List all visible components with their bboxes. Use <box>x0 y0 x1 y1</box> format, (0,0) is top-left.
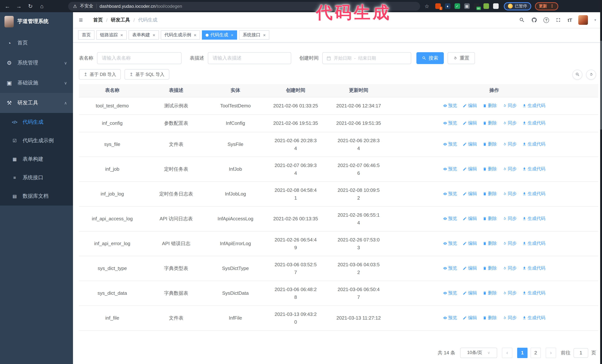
sidebar-item[interactable]: ◔ 首页 <box>0 33 73 53</box>
prev-page-button[interactable]: ‹ <box>502 348 512 358</box>
date-range-picker[interactable]: 开始日期 - 结束日期 <box>322 52 411 64</box>
generate-code-link[interactable]: 生成代码 <box>523 190 546 198</box>
edit-link[interactable]: 编辑 <box>463 165 477 173</box>
extension-puzzle-icon[interactable] <box>493 3 498 9</box>
sync-link[interactable]: 同步 <box>503 140 516 148</box>
generate-code-link[interactable]: 生成代码 <box>523 140 546 148</box>
generate-code-link[interactable]: 生成代码 <box>523 215 546 222</box>
extension-grid-icon[interactable]: ▦ <box>464 3 470 9</box>
goto-page-input[interactable] <box>573 348 588 357</box>
preview-link[interactable]: 预览 <box>443 239 457 247</box>
sidebar-subitem[interactable]: ≡ 系统接口 <box>0 168 73 187</box>
next-page-button[interactable]: › <box>546 348 556 358</box>
extension-on-badge-icon[interactable]: on <box>474 3 479 9</box>
page-number-button[interactable]: 2 <box>530 348 541 358</box>
page-tab[interactable]: 表单构建 × <box>129 30 159 40</box>
breadcrumb-home[interactable]: 首页 <box>93 17 103 23</box>
edit-link[interactable]: 编辑 <box>463 215 477 222</box>
sql-import-button[interactable]: ↥ 基于 SQL 导入 <box>125 69 169 80</box>
scrollbar-thumb[interactable] <box>600 41 602 130</box>
edit-link[interactable]: 编辑 <box>463 102 477 109</box>
extension-loop-icon[interactable]: 1 <box>435 3 441 9</box>
delete-link[interactable]: 删除 <box>483 190 497 198</box>
browser-reload-icon[interactable]: ↻ <box>27 3 34 10</box>
sidebar-item[interactable]: ⚒ 研发工具 ∧ <box>0 93 73 113</box>
edit-link[interactable]: 编辑 <box>463 289 477 297</box>
edit-link[interactable]: 编辑 <box>463 264 477 272</box>
profile-paused-badge[interactable]: 已暂停 <box>504 2 531 10</box>
preview-link[interactable]: 预览 <box>443 264 457 272</box>
extension-check-icon[interactable]: ✓ <box>454 3 460 9</box>
address-bar[interactable]: ⚠ 不安全 dashboard.yudao.iocoder.cn/tool/co… <box>68 2 420 10</box>
extension-gem-icon[interactable]: ♦ <box>445 3 450 9</box>
tab-close-icon[interactable]: × <box>120 32 123 38</box>
page-tab[interactable]: 系统接口 × <box>239 30 269 40</box>
sync-link[interactable]: 同步 <box>503 239 516 247</box>
preview-link[interactable]: 预览 <box>443 119 457 127</box>
breadcrumb-devtools[interactable]: 研发工具 <box>111 17 130 23</box>
toggle-search-button[interactable] <box>572 69 582 79</box>
tab-close-icon[interactable]: × <box>231 32 233 38</box>
sidebar-subitem[interactable]: ▤ 数据库文档 <box>0 187 73 206</box>
sidebar-collapse-icon[interactable]: ≡ <box>79 17 83 23</box>
table-desc-input[interactable]: 请输入表描述 <box>208 52 291 64</box>
user-avatar[interactable] <box>579 15 588 25</box>
browser-update-button[interactable]: 更新 ⋮ <box>535 2 558 10</box>
delete-link[interactable]: 删除 <box>483 119 497 127</box>
sidebar-item[interactable]: ▣ 基础设施 ∨ <box>0 73 73 93</box>
page-tab[interactable]: 代码生成 × <box>202 30 237 40</box>
delete-link[interactable]: 删除 <box>483 102 497 109</box>
edit-link[interactable]: 编辑 <box>463 239 477 247</box>
fullscreen-icon[interactable] <box>555 17 561 23</box>
tab-close-icon[interactable]: × <box>263 32 266 38</box>
sidebar-logo[interactable]: 芋道管理系统 <box>0 12 73 31</box>
help-icon[interactable]: ? <box>543 17 549 23</box>
delete-link[interactable]: 删除 <box>483 289 497 297</box>
delete-link[interactable]: 删除 <box>483 239 497 247</box>
sync-link[interactable]: 同步 <box>503 289 516 297</box>
browser-forward-icon[interactable]: → <box>15 3 22 9</box>
page-tab[interactable]: 链路追踪 × <box>96 30 127 40</box>
generate-code-link[interactable]: 生成代码 <box>523 314 546 322</box>
preview-link[interactable]: 预览 <box>443 165 457 173</box>
generate-code-link[interactable]: 生成代码 <box>523 102 546 109</box>
edit-link[interactable]: 编辑 <box>463 119 477 127</box>
page-tab[interactable]: 首页 <box>78 30 95 40</box>
sync-link[interactable]: 同步 <box>503 215 516 222</box>
generate-code-link[interactable]: 生成代码 <box>523 289 546 297</box>
sync-link[interactable]: 同步 <box>503 165 516 173</box>
sidebar-subitem[interactable]: </> 代码生成 <box>0 113 73 131</box>
delete-link[interactable]: 删除 <box>483 215 497 222</box>
sidebar-item[interactable]: ⚙ 系统管理 ∨ <box>0 53 73 73</box>
font-size-icon[interactable]: tT <box>568 17 572 23</box>
tab-close-icon[interactable]: × <box>153 32 155 38</box>
sync-link[interactable]: 同步 <box>503 102 516 109</box>
delete-link[interactable]: 删除 <box>483 165 497 173</box>
sidebar-subitem[interactable]: ▦ 表单构建 <box>0 150 73 168</box>
edit-link[interactable]: 编辑 <box>463 314 477 322</box>
reset-button[interactable]: 重置 <box>448 52 475 64</box>
not-secure-label[interactable]: 不安全 <box>80 3 93 9</box>
generate-code-link[interactable]: 生成代码 <box>523 165 546 173</box>
delete-link[interactable]: 删除 <box>483 314 497 322</box>
generate-code-link[interactable]: 生成代码 <box>523 264 546 272</box>
db-import-button[interactable]: ↥ 基于 DB 导入 <box>79 69 121 80</box>
generate-code-link[interactable]: 生成代码 <box>523 239 546 247</box>
github-icon[interactable] <box>531 17 537 23</box>
preview-link[interactable]: 预览 <box>443 314 457 322</box>
page-tab[interactable]: 代码生成示例 × <box>161 30 200 40</box>
preview-link[interactable]: 预览 <box>443 190 457 198</box>
sync-link[interactable]: 同步 <box>503 314 516 322</box>
search-button[interactable]: 搜索 <box>416 52 444 64</box>
window-scrollbar[interactable] <box>600 0 602 364</box>
extension-android-icon[interactable] <box>483 3 489 9</box>
bookmark-star-icon[interactable]: ☆ <box>425 3 429 9</box>
sync-link[interactable]: 同步 <box>503 190 516 198</box>
preview-link[interactable]: 预览 <box>443 215 457 222</box>
table-name-input[interactable]: 请输入表名称 <box>97 52 182 64</box>
browser-home-icon[interactable]: ⌂ <box>38 3 46 9</box>
search-icon[interactable] <box>519 17 525 23</box>
preview-link[interactable]: 预览 <box>443 289 457 297</box>
page-size-select[interactable]: 10条/页 ∨ <box>460 348 497 358</box>
edit-link[interactable]: 编辑 <box>463 190 477 198</box>
